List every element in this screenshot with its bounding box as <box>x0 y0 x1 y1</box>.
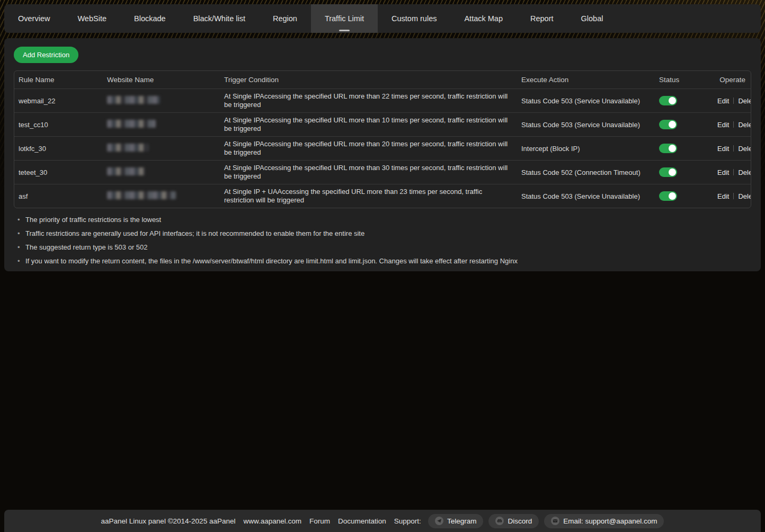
website-name-cell <box>103 117 220 132</box>
status-toggle[interactable] <box>659 167 677 177</box>
footer-support-label: Support: <box>394 517 421 525</box>
website-name-redacted <box>107 191 176 199</box>
note-item: The suggested return type is 503 or 502 <box>14 243 751 252</box>
table-row: webmail_22 At Single IPAccessing the spe… <box>14 88 751 112</box>
rule-name: teteet_30 <box>14 165 103 180</box>
tab-black-white-list[interactable]: Black/White list <box>180 4 259 33</box>
status-toggle[interactable] <box>659 191 677 201</box>
header-status: Status <box>655 73 713 87</box>
website-name-cell <box>103 164 220 180</box>
operate-divider <box>733 193 734 199</box>
status-cell <box>655 164 713 180</box>
trigger-condition: At Single IP + UAAccessing the specified… <box>220 184 517 208</box>
traffic-limit-panel: Add Restriction Rule Name Website Name T… <box>4 38 761 271</box>
table-row: asf At Single IP + UAAccessing the speci… <box>14 184 751 208</box>
delete-button[interactable]: Delete <box>738 145 751 153</box>
header-execute-action: Execute Action <box>517 73 655 87</box>
delete-button[interactable]: Delete <box>738 192 751 200</box>
edit-button[interactable]: Edit <box>717 192 729 200</box>
execute-action: Status Code 503 (Service Unavailable) <box>517 118 655 132</box>
toggle-knob <box>669 169 676 176</box>
table-header-row: Rule Name Website Name Trigger Condition… <box>14 71 751 88</box>
operate-cell: EditDelete <box>713 189 751 203</box>
status-cell <box>655 140 713 156</box>
delete-button[interactable]: Delete <box>738 121 751 129</box>
rule-name: test_cc10 <box>14 118 103 132</box>
website-name-redacted <box>107 167 145 175</box>
toggle-knob <box>669 192 676 200</box>
operate-cell: EditDelete <box>713 165 751 180</box>
note-item: The priority of traffic restrictions is … <box>14 216 751 224</box>
footer-docs-link[interactable]: Documentation <box>338 517 386 525</box>
website-name-redacted <box>107 144 148 152</box>
tab-custom-rules[interactable]: Custom rules <box>378 4 450 33</box>
trigger-condition: At Single IPAccessing the specified URL … <box>220 137 517 160</box>
operate-divider <box>733 121 734 128</box>
trigger-condition: At Single IPAccessing the specified URL … <box>220 113 517 136</box>
telegram-button[interactable]: Telegram <box>428 514 484 528</box>
tab-blockade[interactable]: Blockade <box>120 4 180 33</box>
edit-button[interactable]: Edit <box>717 121 729 129</box>
status-toggle[interactable] <box>659 96 677 105</box>
status-toggle[interactable] <box>659 120 677 129</box>
email-label: Email: support@aapanel.com <box>563 517 657 525</box>
header-operate: Operate <box>713 73 751 87</box>
footer-website-link[interactable]: www.aapanel.com <box>243 517 301 525</box>
discord-icon <box>495 517 504 525</box>
header-trigger-condition: Trigger Condition <box>220 73 517 87</box>
operate-divider <box>733 97 734 104</box>
edit-button[interactable]: Edit <box>717 97 729 105</box>
rule-name: webmail_22 <box>14 94 103 108</box>
email-icon <box>551 517 559 525</box>
note-item: Traffic restrictions are generally used … <box>14 229 751 238</box>
footer-copyright: aaPanel Linux panel ©2014-2025 aaPanel <box>101 517 236 525</box>
website-name-redacted <box>107 120 156 128</box>
toggle-knob <box>669 145 676 152</box>
tab-attack-map[interactable]: Attack Map <box>450 4 517 33</box>
execute-action: Status Code 503 (Service Unavailable) <box>517 94 655 108</box>
header-rule-name: Rule Name <box>14 73 103 87</box>
rule-name: lotkfc_30 <box>14 141 103 156</box>
website-name-cell <box>103 140 220 156</box>
table-row: lotkfc_30 At Single IPAccessing the spec… <box>14 136 751 160</box>
tab-global[interactable]: Global <box>567 4 617 33</box>
edit-button[interactable]: Edit <box>717 145 729 153</box>
status-cell <box>655 117 713 132</box>
header-website-name: Website Name <box>103 73 220 87</box>
operate-divider <box>733 169 734 175</box>
edit-button[interactable]: Edit <box>717 169 729 176</box>
telegram-label: Telegram <box>447 517 477 525</box>
email-button[interactable]: Email: support@aapanel.com <box>544 514 664 528</box>
delete-button[interactable]: Delete <box>738 97 751 105</box>
status-cell <box>655 93 713 109</box>
discord-button[interactable]: Discord <box>488 514 539 528</box>
tab-overview[interactable]: Overview <box>4 4 64 33</box>
website-name-cell <box>103 188 220 204</box>
rule-name: asf <box>14 189 103 203</box>
footer-forum-link[interactable]: Forum <box>309 517 330 525</box>
top-navbar: Overview WebSite Blockade Black/White li… <box>4 4 761 33</box>
website-name-redacted <box>107 96 160 104</box>
restrictions-table: Rule Name Website Name Trigger Condition… <box>14 70 751 208</box>
status-cell <box>655 188 713 204</box>
operate-divider <box>733 145 734 152</box>
trigger-condition: At Single IPAccessing the specified URL … <box>220 89 517 112</box>
execute-action: Intercept (Block IP) <box>517 141 655 156</box>
notes-list: The priority of traffic restrictions is … <box>14 216 751 265</box>
table-body: webmail_22 At Single IPAccessing the spe… <box>14 88 751 208</box>
execute-action: Status Code 503 (Service Unavailable) <box>517 189 655 203</box>
tab-traffic-limit[interactable]: Traffic Limit <box>311 4 378 33</box>
trigger-condition: At Single IPAccessing the specified URL … <box>220 161 517 184</box>
add-restriction-button[interactable]: Add Restriction <box>14 47 78 63</box>
execute-action: Status Code 502 (Connection Timeout) <box>517 165 655 180</box>
delete-button[interactable]: Delete <box>738 169 751 176</box>
footer-support-pills: Telegram Discord Email: support@aapanel.… <box>428 514 664 528</box>
table-row: test_cc10 At Single IPAccessing the spec… <box>14 112 751 136</box>
tab-region[interactable]: Region <box>259 4 311 33</box>
note-item: If you want to modify the return content… <box>14 257 751 265</box>
tab-website[interactable]: WebSite <box>64 4 120 33</box>
operate-cell: EditDelete <box>713 94 751 108</box>
status-toggle[interactable] <box>659 144 677 153</box>
tab-report[interactable]: Report <box>517 4 567 33</box>
toggle-knob <box>669 121 676 128</box>
